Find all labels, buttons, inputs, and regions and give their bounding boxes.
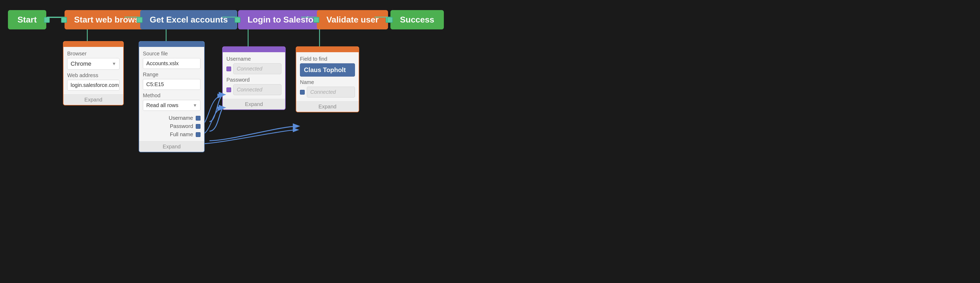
browser-value: Chrome [71, 61, 91, 67]
fieldtofind-value: Claus Topholt [304, 66, 346, 74]
sf-username-label: Username [226, 56, 282, 62]
output-fullname-label: Full name [170, 131, 193, 138]
sf-username-left-connector [226, 67, 231, 71]
v-name-input[interactable]: Connected [307, 86, 355, 98]
webaddress-label: Web address [67, 72, 119, 78]
method-label: Method [143, 93, 200, 99]
validate-card-expand[interactable]: Expand [296, 101, 359, 112]
output-username-connector [196, 116, 200, 121]
validate-pill-label: Validate user [326, 15, 379, 24]
output-username-row: Username [143, 115, 200, 121]
webaddress-input[interactable]: login.salesforce.com [67, 80, 119, 91]
excel-pill-left-connector [137, 17, 143, 23]
v-name-left-connector [300, 90, 305, 94]
fieldtofind-label: Field to find [300, 56, 355, 62]
start-label: Start [18, 15, 37, 24]
browser-card-expand[interactable]: Expand [64, 94, 123, 105]
browser-pill-label: Start web browser [74, 15, 147, 24]
excel-card: Source file Accounts.xslx Range C5:E15 M… [138, 41, 205, 152]
start-right-connector [44, 17, 50, 23]
output-password-row: Password [143, 123, 200, 129]
browser-label: Browser [67, 51, 119, 57]
excel-card-expand[interactable]: Expand [139, 141, 204, 152]
excel-pill[interactable]: Get Excel accounts [140, 10, 237, 29]
validate-pill-left-connector [313, 17, 319, 23]
success-left-connector [387, 17, 393, 23]
sf-password-value: Connected [237, 86, 262, 93]
range-label: Range [143, 72, 200, 78]
browser-pill-left-connector [61, 17, 67, 23]
validate-card-header [296, 47, 359, 52]
salesforce-card-body: Username Connected Password Connected [223, 52, 285, 99]
range-value: C5:E15 [146, 82, 164, 87]
salesforce-card-header [223, 47, 285, 52]
sf-username-value: Connected [237, 66, 262, 72]
v-name-label: Name [300, 79, 355, 85]
browser-dropdown[interactable]: Chrome ▼ [67, 58, 119, 70]
output-fullname-connector [196, 132, 200, 137]
output-password-connector [196, 124, 200, 129]
output-fullname-row: Full name [143, 131, 200, 138]
method-value: Read all rows [146, 102, 178, 109]
sourcefile-input[interactable]: Accounts.xslx [143, 58, 200, 69]
salesforce-card-expand[interactable]: Expand [223, 99, 285, 109]
webaddress-value: login.salesforce.com [71, 82, 119, 88]
success-label: Success [400, 15, 434, 24]
sf-username-input[interactable]: Connected [233, 63, 282, 74]
validate-card-body: Field to find Claus Topholt Name Connect… [296, 52, 359, 101]
salesforce-card: Username Connected Password Connected Ex… [222, 46, 286, 110]
success-node[interactable]: Success [390, 10, 444, 29]
validate-pill[interactable]: Validate user [317, 10, 388, 29]
sourcefile-value: Accounts.xslx [146, 61, 178, 66]
range-input[interactable]: C5:E15 [143, 79, 200, 90]
start-node[interactable]: Start [8, 10, 46, 29]
sf-password-left-connector [226, 88, 231, 92]
sf-password-label: Password [226, 77, 282, 83]
method-dropdown-arrow-icon: ▼ [193, 103, 197, 108]
excel-outputs: Username Password Full name [143, 115, 200, 138]
workflow-canvas: Start Start web browser Get Excel accoun… [0, 0, 980, 283]
output-username-label: Username [169, 115, 193, 121]
excel-pill-label: Get Excel accounts [150, 15, 228, 24]
sourcefile-label: Source file [143, 51, 200, 57]
sf-password-input[interactable]: Connected [233, 84, 282, 95]
browser-card-header [64, 42, 123, 47]
output-password-label: Password [170, 123, 193, 129]
dropdown-arrow-icon: ▼ [112, 61, 116, 66]
validate-card: Field to find Claus Topholt Name Connect… [296, 46, 359, 112]
method-dropdown[interactable]: Read all rows ▼ [143, 100, 200, 111]
browser-card: Browser Chrome ▼ Web address login.sales… [63, 41, 124, 106]
fieldtofind-input[interactable]: Claus Topholt [300, 63, 355, 77]
excel-card-body: Source file Accounts.xslx Range C5:E15 M… [139, 47, 204, 141]
excel-card-header [139, 42, 204, 47]
browser-card-body: Browser Chrome ▼ Web address login.sales… [64, 47, 123, 94]
v-name-value: Connected [310, 89, 336, 95]
salesforce-pill-left-connector [235, 17, 240, 23]
